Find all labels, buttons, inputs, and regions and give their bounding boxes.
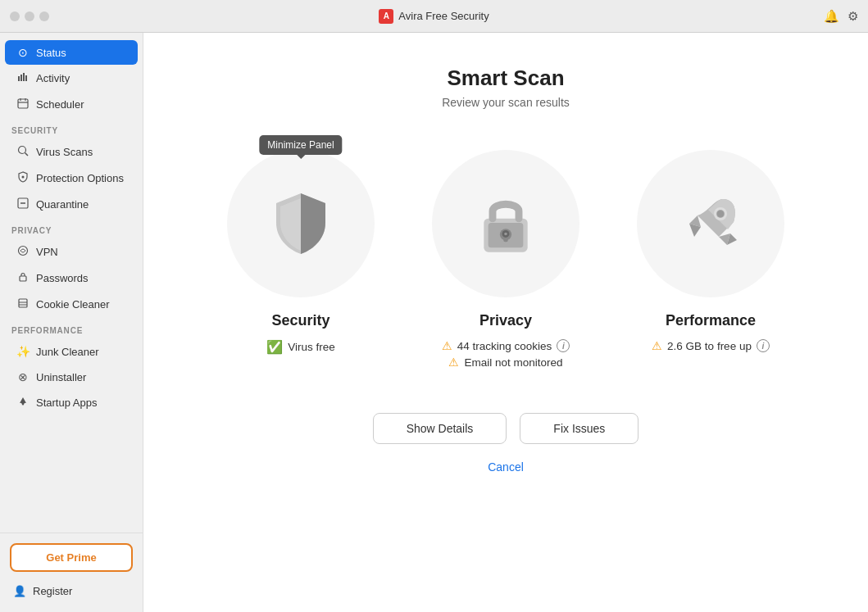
svg-rect-15 — [19, 299, 27, 307]
tooltip-label: Minimize Panel — [259, 135, 342, 155]
sidebar-item-status[interactable]: ⊙ Status — [5, 40, 138, 65]
warn-icon-3: ⚠ — [652, 339, 662, 352]
rocket-icon — [678, 191, 743, 256]
sidebar-item-scheduler[interactable]: Scheduler — [5, 92, 138, 117]
sidebar-footer: Get Prime 👤 Register — [0, 533, 143, 612]
performance-card: Performance ⚠ 2.6 GB to free up i — [620, 150, 801, 372]
register-item[interactable]: 👤 Register — [10, 580, 133, 602]
passwords-icon — [16, 271, 30, 285]
sidebar-item-uninstaller[interactable]: ⊗ Uninstaller — [5, 365, 138, 389]
warn-icon-2: ⚠ — [448, 356, 459, 369]
privacy-card-circle — [432, 150, 579, 297]
svg-rect-2 — [23, 73, 25, 81]
shield-icon — [264, 187, 338, 261]
svg-rect-1 — [20, 75, 22, 81]
security-card-circle: Minimize Panel — [227, 150, 375, 297]
quarantine-icon — [16, 197, 30, 211]
privacy-card-title: Privacy — [479, 312, 532, 329]
performance-card-circle — [637, 150, 784, 297]
sidebar-item-startup-apps[interactable]: Startup Apps — [5, 390, 138, 415]
privacy-card: Privacy ⚠ 44 tracking cookies i ⚠ Email … — [416, 150, 596, 372]
performance-section-header: PERFORMANCE — [0, 318, 143, 338]
minimize-panel-tooltip: Minimize Panel — [259, 135, 342, 155]
cookie-cleaner-icon — [16, 297, 30, 311]
junk-cleaner-icon: ✨ — [16, 345, 30, 358]
svg-line-9 — [25, 153, 29, 156]
sidebar-item-quarantine[interactable]: Quarantine — [5, 192, 138, 217]
show-details-button[interactable]: Show Details — [373, 413, 507, 444]
info-icon-tracking[interactable]: i — [557, 339, 570, 352]
sidebar-item-activity[interactable]: Activity — [5, 66, 138, 91]
page-subtitle: Review your scan results — [442, 96, 570, 109]
svg-rect-14 — [20, 276, 26, 281]
warn-icon-1: ⚠ — [442, 339, 452, 352]
performance-card-title: Performance — [666, 312, 756, 329]
lock-icon — [473, 191, 539, 256]
sidebar-item-protection-options[interactable]: Protection Options — [5, 165, 138, 191]
fix-issues-button[interactable]: Fix Issues — [520, 413, 639, 444]
titlebar: A Avira Free Security 🔔 ⚙ — [0, 0, 868, 33]
register-icon: 👤 — [13, 585, 26, 597]
sidebar-item-junk-cleaner[interactable]: ✨ Junk Cleaner — [5, 339, 138, 364]
performance-status: ⚠ 2.6 GB to free up i — [652, 339, 770, 352]
uninstaller-icon: ⊗ — [16, 370, 30, 383]
settings-icon[interactable]: ⚙ — [848, 9, 858, 24]
window-controls — [10, 11, 49, 21]
close-dot — [10, 11, 20, 21]
get-prime-button[interactable]: Get Prime — [10, 543, 133, 572]
svg-point-26 — [717, 211, 724, 217]
privacy-status-1: ⚠ 44 tracking cookies i — [442, 339, 570, 352]
startup-apps-icon — [16, 396, 30, 410]
svg-rect-3 — [25, 75, 27, 81]
privacy-status-2: ⚠ Email not monitored — [448, 356, 562, 369]
titlebar-actions: 🔔 ⚙ — [824, 9, 858, 24]
security-status: ✅ Virus free — [266, 339, 335, 355]
security-section-header: SECURITY — [0, 118, 143, 138]
svg-point-10 — [22, 176, 25, 179]
privacy-section-header: PRIVACY — [0, 218, 143, 238]
sidebar: ⊙ Status Activity — [0, 33, 143, 612]
virus-scans-icon — [16, 145, 30, 159]
svg-point-8 — [19, 147, 26, 154]
sidebar-navigation: ⊙ Status Activity — [0, 33, 143, 533]
minimize-dot — [25, 11, 34, 21]
sidebar-item-vpn[interactable]: VPN — [5, 239, 138, 265]
ok-icon: ✅ — [266, 339, 283, 355]
sidebar-item-cookie-cleaner[interactable]: Cookie Cleaner — [5, 292, 138, 317]
app-name-label: Avira Free Security — [398, 10, 489, 22]
protection-options-icon — [16, 171, 30, 185]
status-icon: ⊙ — [16, 46, 30, 59]
activity-icon — [16, 71, 30, 85]
page-title: Smart Scan — [447, 66, 564, 91]
info-icon-performance[interactable]: i — [757, 339, 770, 352]
sidebar-item-passwords[interactable]: Passwords — [5, 265, 138, 291]
svg-rect-4 — [18, 99, 28, 108]
notification-icon[interactable]: 🔔 — [824, 9, 839, 24]
maximize-dot — [39, 11, 49, 21]
vpn-icon — [16, 245, 30, 259]
security-card: Minimize Panel Security ✅ Virus free — [211, 150, 391, 372]
sidebar-item-virus-scans[interactable]: Virus Scans — [5, 139, 138, 165]
scheduler-icon — [16, 97, 30, 111]
svg-rect-0 — [18, 76, 20, 81]
scan-results-cards: Minimize Panel Security ✅ Virus free — [211, 150, 801, 372]
avira-logo-icon: A — [379, 9, 393, 24]
svg-point-13 — [19, 247, 28, 256]
security-card-title: Security — [271, 312, 329, 329]
svg-point-23 — [504, 233, 507, 236]
cancel-button[interactable]: Cancel — [488, 460, 524, 474]
main-content: Smart Scan Review your scan results Mini… — [143, 33, 868, 612]
app-title: A Avira Free Security — [379, 9, 489, 24]
action-buttons: Show Details Fix Issues — [373, 413, 639, 444]
